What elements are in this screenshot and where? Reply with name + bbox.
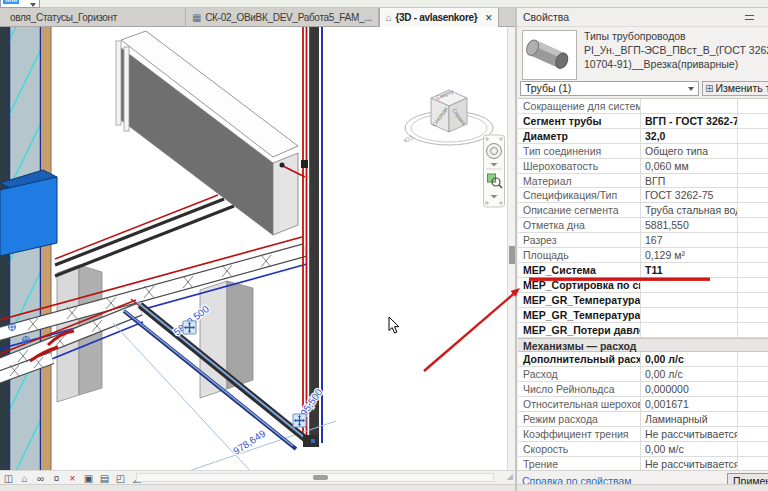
property-row[interactable]: Режим расхода Ламинарный	[518, 412, 768, 427]
section-header-flow[interactable]: Механизмы — расход	[518, 338, 768, 353]
view-control-icon[interactable]: ◰	[114, 472, 127, 485]
edit-type-button[interactable]: ⊞Изменить т	[702, 81, 768, 96]
property-row[interactable]: Диаметр 32,0	[518, 129, 768, 144]
property-row[interactable]: Сегмент трубы ВГП - ГОСТ 3262-75	[518, 114, 768, 129]
move-widget[interactable]	[183, 321, 196, 334]
property-value[interactable]	[641, 323, 738, 337]
edit-type-label: Изменить т	[715, 82, 768, 94]
property-value[interactable]: 32,0	[641, 129, 738, 143]
property-row[interactable]: Спецификация/Тип ГОСТ 3262-75	[518, 188, 768, 203]
property-value[interactable]: 0,060 мм	[641, 159, 738, 173]
property-row[interactable]: Шероховатость 0,060 мм	[518, 159, 768, 174]
property-label: Шероховатость	[518, 159, 641, 173]
property-row[interactable]: МЕР_Сортировка по сист...	[518, 278, 768, 293]
property-label: Материал	[518, 174, 641, 188]
3d-view-canvas[interactable]: 5899,500 6395,500 978,649	[0, 27, 507, 470]
view-control-icon[interactable]: ▣	[82, 472, 95, 485]
property-row[interactable]: Дополнительный расход 0,00 л/с	[518, 352, 768, 367]
property-row[interactable]: Разрез 167	[518, 233, 768, 248]
type-name-line1: PI_Ун._ВГП-ЭСВ_ПВст_В_(ГОСТ 3262-75 - ГО…	[584, 43, 768, 57]
navigation-bar[interactable]	[484, 135, 505, 207]
property-row[interactable]: Скорость 0,00 м/с	[518, 442, 768, 457]
property-row[interactable]: Относительная шерохов... 0,001671	[518, 397, 768, 412]
property-row[interactable]: МЕР_GR_Температура в к...	[518, 293, 768, 308]
property-value[interactable]: 0,001671	[641, 397, 738, 411]
property-row[interactable]: Описание сегмента Труба стальная водогаз…	[518, 203, 768, 218]
property-row[interactable]: Площадь 0,129 м²	[518, 248, 768, 263]
view-control-icon[interactable]: ⌂	[18, 472, 31, 485]
property-extra-cell	[738, 382, 768, 396]
view-tab[interactable]: овля_Статусы_Горизонт ×	[0, 8, 186, 27]
property-value[interactable]: ГОСТ 3262-75	[641, 188, 738, 202]
property-value[interactable]: Ламинарный	[641, 412, 738, 426]
property-label: Тип соединения	[518, 144, 641, 158]
property-row[interactable]: МЕР_GR_Потери давлени...	[518, 323, 768, 338]
property-label: Диаметр	[518, 129, 641, 143]
type-selector-text[interactable]: Типы трубопроводов PI_Ун._ВГП-ЭСВ_ПВст_В…	[584, 29, 768, 71]
property-value[interactable]: Т11	[641, 263, 738, 277]
panel-options-icon[interactable]	[745, 15, 754, 20]
property-value[interactable]	[641, 293, 738, 307]
canvas-horizontal-scrollbar[interactable]	[136, 473, 494, 482]
status-bar	[0, 484, 768, 491]
property-value[interactable]: Не рассчитывается	[641, 457, 738, 471]
property-value[interactable]: ВГП - ГОСТ 3262-75	[641, 114, 738, 128]
properties-help-link[interactable]: Справка по свойствам	[522, 475, 632, 484]
element-filter-combo[interactable]: Трубы (1)	[520, 81, 699, 96]
property-label: Трение	[518, 457, 641, 471]
property-value[interactable]: 5881,550	[641, 218, 738, 232]
wall-finish	[41, 27, 51, 470]
view-tab-bar: овля_Статусы_Горизонт × ▦ СК-02_ОВиВК_DE…	[0, 8, 517, 27]
property-extra-cell	[738, 233, 768, 247]
type-name-line2: 10704-91)__Врезка(приварные)	[584, 57, 768, 71]
property-label: Сокращение для системы	[518, 99, 641, 113]
resize-grip-icon[interactable]: ◢	[507, 472, 513, 481]
view-tab[interactable]: ⌂ {3D - avlasenkore} ×	[379, 8, 499, 27]
property-extra-cell	[738, 367, 768, 381]
property-extra-cell	[738, 427, 768, 441]
property-row[interactable]: Сокращение для системы	[518, 99, 768, 114]
property-value[interactable]: 167	[641, 233, 738, 247]
property-value[interactable]: 0,00 л/с	[641, 367, 738, 381]
view-control-icon[interactable]: ×	[66, 472, 79, 485]
steering-wheel-icon[interactable]	[487, 144, 502, 159]
blue-sleeve-box[interactable]	[0, 170, 57, 256]
view-control-icon[interactable]: ¤	[50, 472, 63, 485]
property-label: МЕР_GR_Температура в ...	[518, 308, 641, 322]
move-widget[interactable]	[293, 414, 306, 427]
property-row[interactable]: Тип соединения Общего типа	[518, 144, 768, 159]
property-value[interactable]	[641, 278, 738, 292]
view-control-icon[interactable]: ∞	[34, 472, 47, 485]
property-value[interactable]: 0,00 м/с	[641, 442, 738, 456]
property-value[interactable]: 0,000000	[641, 382, 738, 396]
property-value[interactable]	[641, 308, 738, 322]
property-row[interactable]: МЕР_GR_Температура в ...	[518, 308, 768, 323]
unit-combo[interactable]: мм	[0, 0, 40, 8]
viewcube[interactable]: Сверху Спереди Справа ЮЗ	[403, 88, 495, 149]
property-extra-cell	[738, 352, 768, 366]
property-extra-cell	[738, 308, 768, 322]
property-row[interactable]: Число Рейнольдса 0,000000	[518, 382, 768, 397]
property-value[interactable]	[641, 99, 738, 113]
property-value[interactable]: Общего типа	[641, 144, 738, 158]
property-label: МЕР_GR_Температура в к...	[518, 293, 641, 307]
properties-rows-flow: Дополнительный расход 0,00 л/с Расход 0,…	[518, 352, 768, 471]
riser-pipes[interactable]	[301, 27, 322, 443]
view-tab[interactable]: ▦ СК-02_ОВиВК_DEV_Работа5_FAM_... ×	[186, 8, 379, 27]
property-value[interactable]: Труба стальная водогазо...	[641, 203, 738, 217]
property-row[interactable]: Материал ВГП	[518, 174, 768, 189]
close-tab-icon[interactable]: ×	[485, 11, 492, 25]
property-row[interactable]: МЕР_Система Т11	[518, 263, 768, 278]
property-value[interactable]: Не рассчитывается	[641, 427, 738, 441]
view-control-icon[interactable]: ◫	[2, 472, 15, 485]
property-value[interactable]: ВГП	[641, 174, 738, 188]
property-row[interactable]: Расход 0,00 л/с	[518, 367, 768, 382]
view-control-icon[interactable]: ▤	[98, 472, 111, 485]
property-row[interactable]: Коэффициент трения Не рассчитывается	[518, 427, 768, 442]
scrollbar-thumb[interactable]	[313, 475, 328, 480]
unit-combo-value: мм	[3, 0, 19, 4]
property-value[interactable]: 0,129 м²	[641, 248, 738, 262]
apply-button[interactable]: Примен	[727, 473, 768, 484]
property-row[interactable]: Отметка дна 5881,550	[518, 218, 768, 233]
property-value[interactable]: 0,00 л/с	[641, 352, 738, 366]
